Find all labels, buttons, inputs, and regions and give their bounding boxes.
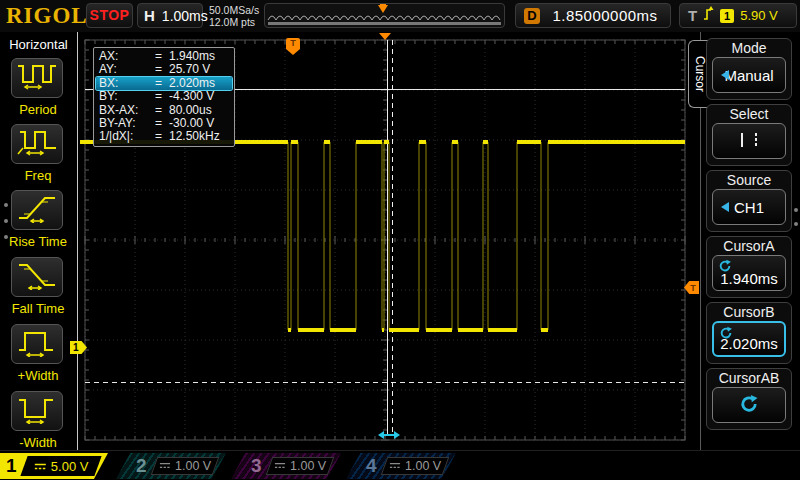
menu-page-dot: [794, 208, 798, 212]
select-group: Select: [706, 104, 792, 166]
rotate-knob-icon: [739, 394, 759, 417]
channel-4-chip[interactable]: 4 1.00 V: [346, 453, 456, 479]
channel-3-number: 3: [251, 455, 262, 477]
waveform-preview-bar[interactable]: [264, 3, 505, 28]
mode-label: Mode: [707, 39, 791, 56]
measure-plus-width-label: +Width: [0, 368, 76, 383]
measure-plus-width-button[interactable]: [11, 324, 63, 364]
acquisition-info: 50.0MSa/s 12.0M pts: [209, 4, 259, 28]
plus-width-icon: [15, 327, 59, 361]
measure-rise-time-button[interactable]: [11, 190, 63, 230]
channel-bar: 1 5.00 V 2 1.00 V: [0, 450, 800, 480]
minus-width-icon: [15, 394, 59, 428]
readout-row-bx-selected[interactable]: BX:=2.020ms: [96, 77, 232, 90]
channel-4-number: 4: [366, 455, 377, 477]
measure-rise-time-label: Rise Time: [0, 234, 76, 249]
cursor-b-button[interactable]: 2.020ms: [712, 321, 786, 357]
readout-row-ax[interactable]: AX:=1.940ms: [96, 50, 232, 63]
measure-period-button[interactable]: [11, 58, 63, 98]
menu-scroll-dot: [4, 203, 8, 207]
run-state-button[interactable]: STOP: [86, 3, 133, 28]
trigger-delay-value: 1.85000000ms: [540, 7, 670, 24]
select-button[interactable]: [712, 123, 786, 159]
dc-coupling-icon: [389, 459, 401, 473]
cursor-ab-label: CursorAB: [707, 369, 791, 386]
cursor-b-label: CursorB: [707, 303, 791, 320]
waveform-display: AX:=1.940ms AY:=25.70 V BX:=2.020ms BY:=…: [78, 32, 698, 450]
cursor-ab-button[interactable]: [712, 387, 786, 423]
measure-fall-time-label: Fall Time: [0, 301, 76, 316]
trigger-position-marker[interactable]: T: [286, 38, 300, 49]
dc-coupling-icon: [274, 459, 286, 473]
measure-freq-button[interactable]: [11, 124, 63, 164]
delay-badge: D: [524, 8, 540, 24]
mode-value: Manual: [724, 67, 773, 84]
memory-window-strip: [268, 22, 501, 25]
dc-coupling-icon: [34, 459, 47, 474]
freq-icon: [15, 127, 59, 161]
measure-fall-time-button[interactable]: [11, 257, 63, 297]
cursor-ab-select-icon: [729, 131, 769, 152]
cursor-delta-arrow-icon: [378, 427, 400, 445]
trigger-status-panel[interactable]: T 1 5.90 V: [679, 3, 797, 28]
channel-2-volts: 1.00 V: [175, 459, 211, 473]
cursor-a-button[interactable]: 1.940ms: [712, 255, 786, 291]
source-group: Source CH1: [706, 170, 792, 232]
cursor-a-group: CursorA 1.940ms: [706, 236, 792, 298]
mode-group: Mode Manual: [706, 38, 792, 100]
readout-row-by-ay[interactable]: BY-AY:=-30.00 V: [96, 117, 232, 130]
measure-minus-width-label: -Width: [0, 435, 76, 450]
memory-depth: 12.0M pts: [209, 16, 259, 28]
cursor-ab-group: CursorAB: [706, 368, 792, 430]
readout-row-ay[interactable]: AY:=25.70 V: [96, 63, 232, 76]
channel-2-scale-box: 1.00 V: [151, 457, 220, 475]
trigger-source-badge: 1: [720, 9, 734, 23]
measure-menu: Horizontal Period Freq: [0, 32, 78, 450]
trigger-position-marker-tip: [286, 49, 300, 55]
fall-time-icon: [15, 260, 59, 294]
readout-row-inv-dx[interactable]: 1/|dX|:=12.50kHz: [96, 130, 232, 143]
channel-3-chip[interactable]: 3 1.00 V: [231, 453, 341, 479]
source-button[interactable]: CH1: [712, 189, 786, 225]
timebase-value: 1.00ms: [162, 8, 208, 24]
readout-row-bx-ax[interactable]: BX-AX:=80.00us: [96, 104, 232, 117]
channel-1-scale-box: 5.00 V: [20, 456, 101, 476]
cursor-menu: Cursor Mode Manual Select Source: [698, 32, 800, 450]
channel-1-chip[interactable]: 1 5.00 V: [0, 453, 108, 479]
measure-period-label: Period: [0, 102, 76, 117]
readout-row-by[interactable]: BY:=-4.300 V: [96, 90, 232, 103]
cursor-readout-box: AX:=1.940ms AY:=25.70 V BX:=2.020ms BY:=…: [93, 47, 235, 147]
channel-4-scale-box: 1.00 V: [381, 457, 450, 475]
run-state-label: STOP: [90, 7, 130, 23]
left-arrow-icon: [721, 70, 729, 80]
horizontal-scale-panel[interactable]: H 1.00ms: [137, 3, 203, 28]
rising-edge-icon: [703, 5, 714, 26]
source-label: Source: [707, 171, 791, 188]
measure-minus-width-button[interactable]: [11, 391, 63, 431]
channel-2-number: 2: [136, 455, 147, 477]
left-arrow-icon: [721, 202, 729, 212]
channel-1-number: 1: [6, 455, 17, 477]
channel-4-volts: 1.00 V: [405, 459, 441, 473]
mode-button[interactable]: Manual: [712, 57, 786, 93]
period-icon: [15, 61, 59, 95]
cursor-a-label: CursorA: [707, 237, 791, 254]
measure-menu-title: Horizontal: [0, 37, 77, 52]
menu-page-dot: [794, 222, 798, 226]
status-bar: RIGOL STOP H 1.00ms 50.0MSa/s 12.0M pts …: [0, 0, 800, 32]
channel-1-volts: 5.00 V: [51, 459, 89, 474]
channel-2-chip[interactable]: 2 1.00 V: [116, 453, 226, 479]
source-value: CH1: [734, 199, 764, 216]
measure-freq-label: Freq: [0, 168, 76, 183]
channel-3-scale-box: 1.00 V: [266, 457, 335, 475]
channel-3-volts: 1.00 V: [290, 459, 326, 473]
cursor-a-value: 1.940ms: [713, 270, 785, 287]
oscilloscope-screen: RIGOL STOP H 1.00ms 50.0MSa/s 12.0M pts …: [0, 0, 800, 480]
cursor-b-value: 2.020ms: [714, 335, 784, 352]
menu-scroll-dot: [4, 235, 8, 239]
trigger-badge: T: [688, 7, 697, 24]
trigger-delay-panel[interactable]: D 1.85000000ms: [515, 3, 671, 28]
select-label: Select: [707, 105, 791, 122]
h-label: H: [144, 7, 155, 24]
sample-rate: 50.0MSa/s: [209, 4, 259, 16]
